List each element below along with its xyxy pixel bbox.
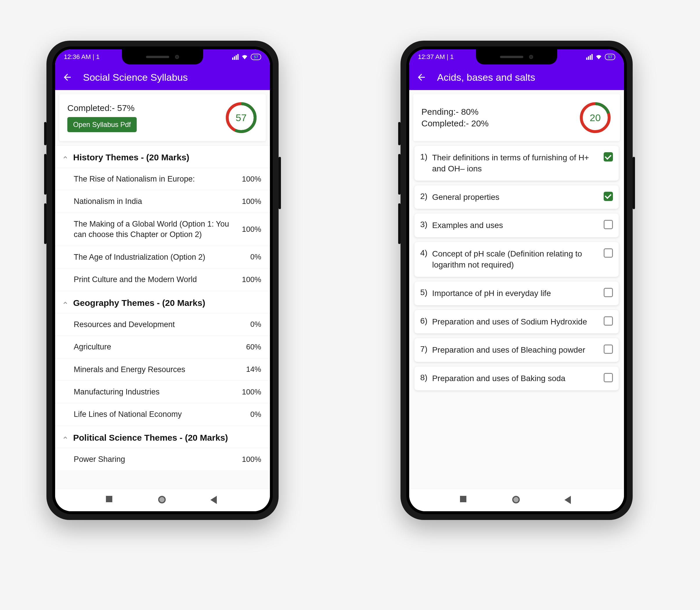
completed-label: Completed:- 57%: [67, 103, 137, 113]
topic-row[interactable]: The Age of Industrialization (Option 2) …: [55, 246, 270, 268]
topic-name: The Rise of Nationalism in Europe:: [74, 174, 236, 184]
topic-name: The Age of Industrialization (Option 2): [74, 252, 244, 262]
task-checkbox[interactable]: [604, 344, 613, 354]
task-text: Their definitions in terms of furnishing…: [432, 152, 599, 174]
nav-home-button[interactable]: [512, 496, 521, 504]
topic-percent: 100%: [242, 225, 262, 234]
progress-ring: 57: [224, 101, 258, 134]
section-header[interactable]: History Themes - (20 Marks): [55, 145, 270, 167]
completed-label: Completed:- 20%: [421, 118, 489, 128]
task-text: Preparation and uses of Sodium Hydroxide: [432, 316, 599, 327]
topic-name: Minerals and Energy Resources: [74, 364, 240, 375]
content-area[interactable]: Completed:- 57% Open Syllabus Pdf 57 His…: [55, 90, 270, 488]
topic-row[interactable]: Agriculture 60%: [55, 336, 270, 358]
task-checkbox[interactable]: [604, 152, 613, 161]
task-card[interactable]: 6) Preparation and uses of Sodium Hydrox…: [414, 310, 619, 334]
section-title: History Themes - (20 Marks): [73, 152, 189, 162]
task-text: Concept of pH scale (Definition relating…: [432, 248, 599, 270]
topic-name: The Making of a Global World (Option 1: …: [74, 219, 236, 240]
topic-row[interactable]: The Making of a Global World (Option 1: …: [55, 213, 270, 246]
topic-percent: 0%: [250, 320, 261, 329]
nav-recents-button[interactable]: [460, 496, 469, 504]
task-card[interactable]: 1) Their definitions in terms of furnish…: [414, 146, 619, 181]
task-number: 4): [420, 248, 428, 258]
task-card[interactable]: 7) Preparation and uses of Bleaching pow…: [414, 338, 619, 362]
pending-label: Pending:- 80%: [421, 107, 489, 117]
topic-percent: 100%: [242, 175, 262, 183]
topic-percent: 100%: [242, 197, 262, 206]
task-number: 6): [420, 316, 428, 326]
app-bar: Acids, bases and salts: [409, 64, 624, 90]
wifi-icon: [596, 54, 602, 60]
back-arrow-icon[interactable]: [62, 72, 72, 82]
topic-row[interactable]: The Rise of Nationalism in Europe: 100%: [55, 167, 270, 190]
topic-row[interactable]: Resources and Development 0%: [55, 313, 270, 336]
section-header[interactable]: Geography Themes - (20 Marks): [55, 291, 270, 313]
topic-row[interactable]: Print Culture and the Modern World 100%: [55, 268, 270, 290]
topic-percent: 0%: [250, 410, 261, 419]
status-time: 12:36 AM | 1: [64, 53, 100, 61]
topic-percent: 60%: [246, 342, 261, 352]
open-syllabus-pdf-button[interactable]: Open Syllabus Pdf: [67, 117, 137, 132]
chevron-up-icon: [62, 154, 68, 161]
task-checkbox[interactable]: [604, 373, 613, 382]
task-checkbox[interactable]: [604, 316, 613, 326]
app-title: Acids, bases and salts: [437, 72, 535, 83]
task-text: Preparation and uses of Bleaching powder: [432, 344, 599, 355]
topic-row[interactable]: Minerals and Energy Resources 14%: [55, 358, 270, 381]
task-checkbox[interactable]: [604, 248, 613, 258]
task-number: 2): [420, 192, 428, 201]
task-checkbox[interactable]: [604, 288, 613, 297]
task-number: 3): [420, 220, 428, 229]
task-card[interactable]: 3) Examples and uses: [414, 213, 619, 237]
topic-percent: 100%: [242, 455, 262, 464]
topic-name: Power Sharing: [74, 454, 236, 464]
nav-recents-button[interactable]: [106, 496, 115, 504]
task-text: Examples and uses: [432, 220, 599, 231]
progress-ring: 20: [579, 101, 612, 134]
task-card[interactable]: 2) General properties: [414, 185, 619, 209]
system-nav-bar: [55, 488, 270, 511]
section-title: Political Science Themes - (20 Marks): [73, 433, 228, 443]
topic-name: Print Culture and the Modern World: [74, 274, 236, 285]
task-number: 8): [420, 373, 428, 382]
task-card[interactable]: 4) Concept of pH scale (Definition relat…: [414, 242, 619, 277]
signal-icon: [586, 54, 593, 60]
system-nav-bar: [409, 488, 624, 511]
phone-frame-right: 12:37 AM | 1 57 Acids, bases and salts P…: [400, 41, 633, 520]
content-area[interactable]: Pending:- 80% Completed:- 20% 20 1) Thei…: [409, 90, 624, 488]
section-header[interactable]: Political Science Themes - (20 Marks): [55, 426, 270, 448]
task-number: 1): [420, 152, 428, 161]
nav-home-button[interactable]: [158, 496, 167, 504]
task-checkbox[interactable]: [604, 192, 613, 201]
topic-name: Agriculture: [74, 342, 240, 352]
phone-notch: [476, 49, 557, 64]
wifi-icon: [241, 54, 248, 60]
topic-row[interactable]: Power Sharing 100%: [55, 448, 270, 470]
topic-row[interactable]: Manufacturing Industries 100%: [55, 381, 270, 403]
summary-card: Pending:- 80% Completed:- 20% 20: [413, 94, 620, 141]
task-text: Preparation and uses of Baking soda: [432, 373, 599, 384]
progress-value: 20: [590, 112, 601, 124]
phone-frame-left: 12:36 AM | 1 57 Social Science Syllabus …: [47, 41, 279, 520]
app-title: Social Science Syllabus: [83, 72, 188, 83]
topic-row[interactable]: Life Lines of National Economy 0%: [55, 403, 270, 425]
task-card[interactable]: 5) Importance of pH in everyday life: [414, 282, 619, 305]
topic-name: Manufacturing Industries: [74, 387, 236, 397]
progress-value: 57: [236, 112, 247, 124]
nav-back-button[interactable]: [565, 496, 573, 504]
topic-name: Resources and Development: [74, 319, 244, 330]
task-card[interactable]: 8) Preparation and uses of Baking soda: [414, 367, 619, 390]
back-arrow-icon[interactable]: [416, 72, 427, 82]
battery-icon: 57: [251, 54, 261, 60]
topic-percent: 100%: [242, 275, 262, 284]
signal-icon: [232, 54, 238, 60]
chevron-up-icon: [62, 300, 68, 306]
task-text: Importance of pH in everyday life: [432, 288, 599, 299]
phone-notch: [122, 49, 203, 64]
task-checkbox[interactable]: [604, 220, 613, 229]
app-bar: Social Science Syllabus: [55, 64, 270, 90]
nav-back-button[interactable]: [211, 496, 219, 504]
task-number: 7): [420, 344, 428, 354]
topic-row[interactable]: Nationalism in India 100%: [55, 190, 270, 212]
